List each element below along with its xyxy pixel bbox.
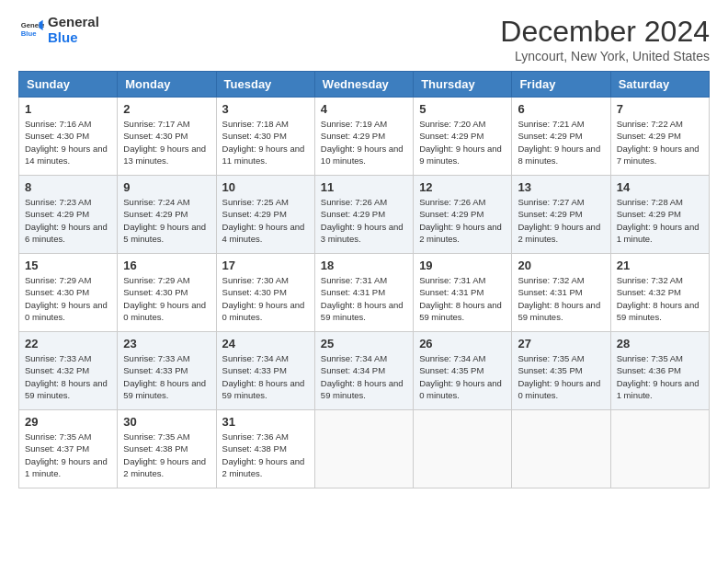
calendar-cell: 17 Sunrise: 7:30 AMSunset: 4:30 PMDaylig… [216, 254, 314, 332]
cell-info: Sunrise: 7:27 AMSunset: 4:29 PMDaylight:… [518, 196, 604, 245]
day-number: 3 [222, 102, 309, 116]
day-number: 12 [419, 180, 506, 194]
cell-info: Sunrise: 7:29 AMSunset: 4:30 PMDaylight:… [123, 274, 210, 323]
logo-icon: General Blue [18, 17, 44, 43]
calendar-week-row: 1 Sunrise: 7:16 AMSunset: 4:30 PMDayligh… [19, 98, 710, 176]
calendar-cell: 16 Sunrise: 7:29 AMSunset: 4:30 PMDaylig… [118, 254, 216, 332]
calendar-cell [610, 410, 709, 488]
day-number: 8 [25, 180, 111, 194]
calendar-cell: 26 Sunrise: 7:34 AMSunset: 4:35 PMDaylig… [414, 332, 512, 410]
day-number: 7 [617, 102, 703, 116]
cell-info: Sunrise: 7:28 AMSunset: 4:29 PMDaylight:… [617, 196, 703, 245]
day-number: 11 [321, 180, 407, 194]
day-number: 5 [419, 102, 506, 116]
logo-text-line1: General [48, 15, 99, 30]
calendar-cell: 8 Sunrise: 7:23 AMSunset: 4:29 PMDayligh… [19, 176, 118, 254]
calendar-header-row: SundayMondayTuesdayWednesdayThursdayFrid… [19, 72, 710, 98]
calendar-week-row: 15 Sunrise: 7:29 AMSunset: 4:30 PMDaylig… [19, 254, 710, 332]
weekday-header: Friday [512, 72, 610, 98]
day-number: 22 [25, 337, 111, 350]
calendar-cell: 24 Sunrise: 7:34 AMSunset: 4:33 PMDaylig… [216, 332, 314, 410]
cell-info: Sunrise: 7:25 AMSunset: 4:29 PMDaylight:… [222, 196, 309, 245]
day-number: 9 [123, 180, 210, 194]
day-number: 17 [222, 259, 309, 272]
day-number: 18 [321, 259, 407, 272]
calendar-cell: 18 Sunrise: 7:31 AMSunset: 4:31 PMDaylig… [314, 254, 413, 332]
calendar-cell [512, 410, 610, 488]
cell-info: Sunrise: 7:19 AMSunset: 4:29 PMDaylight:… [321, 118, 407, 167]
calendar-cell: 23 Sunrise: 7:33 AMSunset: 4:33 PMDaylig… [118, 332, 216, 410]
cell-info: Sunrise: 7:35 AMSunset: 4:38 PMDaylight:… [123, 431, 210, 479]
calendar-cell: 2 Sunrise: 7:17 AMSunset: 4:30 PMDayligh… [118, 98, 216, 176]
calendar-cell: 31 Sunrise: 7:36 AMSunset: 4:38 PMDaylig… [216, 410, 314, 488]
calendar-cell: 28 Sunrise: 7:35 AMSunset: 4:36 PMDaylig… [610, 332, 709, 410]
day-number: 31 [222, 415, 309, 429]
cell-info: Sunrise: 7:32 AMSunset: 4:31 PMDaylight:… [518, 274, 604, 323]
calendar-cell: 10 Sunrise: 7:25 AMSunset: 4:29 PMDaylig… [216, 176, 314, 254]
weekday-header: Sunday [19, 72, 118, 98]
cell-info: Sunrise: 7:33 AMSunset: 4:33 PMDaylight:… [123, 352, 210, 401]
cell-info: Sunrise: 7:32 AMSunset: 4:32 PMDaylight:… [617, 274, 703, 323]
day-number: 4 [321, 102, 407, 116]
day-number: 28 [617, 337, 703, 350]
cell-info: Sunrise: 7:24 AMSunset: 4:29 PMDaylight:… [123, 196, 210, 245]
day-number: 25 [321, 337, 407, 350]
day-number: 27 [518, 337, 604, 350]
day-number: 21 [617, 259, 703, 272]
cell-info: Sunrise: 7:16 AMSunset: 4:30 PMDaylight:… [25, 118, 111, 167]
calendar-cell: 11 Sunrise: 7:26 AMSunset: 4:29 PMDaylig… [314, 176, 413, 254]
calendar-cell: 14 Sunrise: 7:28 AMSunset: 4:29 PMDaylig… [610, 176, 709, 254]
calendar-cell: 21 Sunrise: 7:32 AMSunset: 4:32 PMDaylig… [610, 254, 709, 332]
cell-info: Sunrise: 7:35 AMSunset: 4:35 PMDaylight:… [518, 352, 604, 401]
cell-info: Sunrise: 7:26 AMSunset: 4:29 PMDaylight:… [419, 196, 506, 245]
calendar-week-row: 22 Sunrise: 7:33 AMSunset: 4:32 PMDaylig… [19, 332, 710, 410]
day-number: 29 [25, 415, 111, 429]
calendar-cell: 3 Sunrise: 7:18 AMSunset: 4:30 PMDayligh… [216, 98, 314, 176]
weekday-header: Wednesday [314, 72, 413, 98]
cell-info: Sunrise: 7:33 AMSunset: 4:32 PMDaylight:… [25, 352, 111, 401]
cell-info: Sunrise: 7:34 AMSunset: 4:35 PMDaylight:… [419, 352, 506, 401]
calendar-cell: 5 Sunrise: 7:20 AMSunset: 4:29 PMDayligh… [414, 98, 512, 176]
cell-info: Sunrise: 7:31 AMSunset: 4:31 PMDaylight:… [321, 274, 407, 323]
calendar-cell: 22 Sunrise: 7:33 AMSunset: 4:32 PMDaylig… [19, 332, 118, 410]
weekday-header: Thursday [414, 72, 512, 98]
cell-info: Sunrise: 7:31 AMSunset: 4:31 PMDaylight:… [419, 274, 506, 323]
day-number: 1 [25, 102, 111, 116]
logo-text-line2: Blue [48, 30, 99, 46]
cell-info: Sunrise: 7:23 AMSunset: 4:29 PMDaylight:… [25, 196, 111, 245]
cell-info: Sunrise: 7:18 AMSunset: 4:30 PMDaylight:… [222, 118, 309, 167]
calendar-week-row: 8 Sunrise: 7:23 AMSunset: 4:29 PMDayligh… [19, 176, 710, 254]
header: General Blue General Blue December 2024 … [18, 15, 710, 63]
calendar-cell: 25 Sunrise: 7:34 AMSunset: 4:34 PMDaylig… [314, 332, 413, 410]
calendar-cell: 13 Sunrise: 7:27 AMSunset: 4:29 PMDaylig… [512, 176, 610, 254]
calendar-body: 1 Sunrise: 7:16 AMSunset: 4:30 PMDayligh… [19, 98, 710, 488]
cell-info: Sunrise: 7:29 AMSunset: 4:30 PMDaylight:… [25, 274, 111, 323]
calendar-cell: 12 Sunrise: 7:26 AMSunset: 4:29 PMDaylig… [414, 176, 512, 254]
calendar-cell: 7 Sunrise: 7:22 AMSunset: 4:29 PMDayligh… [610, 98, 709, 176]
day-number: 16 [123, 259, 210, 272]
day-number: 13 [518, 180, 604, 194]
month-title: December 2024 [500, 15, 710, 49]
calendar-week-row: 29 Sunrise: 7:35 AMSunset: 4:37 PMDaylig… [19, 410, 710, 488]
calendar-cell: 9 Sunrise: 7:24 AMSunset: 4:29 PMDayligh… [118, 176, 216, 254]
day-number: 30 [123, 415, 210, 429]
day-number: 20 [518, 259, 604, 272]
cell-info: Sunrise: 7:36 AMSunset: 4:38 PMDaylight:… [222, 431, 309, 479]
calendar-cell: 19 Sunrise: 7:31 AMSunset: 4:31 PMDaylig… [414, 254, 512, 332]
weekday-header: Monday [118, 72, 216, 98]
calendar-cell: 27 Sunrise: 7:35 AMSunset: 4:35 PMDaylig… [512, 332, 610, 410]
cell-info: Sunrise: 7:35 AMSunset: 4:36 PMDaylight:… [617, 352, 703, 401]
day-number: 26 [419, 337, 506, 350]
day-number: 23 [123, 337, 210, 350]
calendar-cell: 1 Sunrise: 7:16 AMSunset: 4:30 PMDayligh… [19, 98, 118, 176]
cell-info: Sunrise: 7:34 AMSunset: 4:34 PMDaylight:… [321, 352, 407, 401]
calendar-cell [314, 410, 413, 488]
day-number: 15 [25, 259, 111, 272]
day-number: 14 [617, 180, 703, 194]
day-number: 6 [518, 102, 604, 116]
weekday-header: Tuesday [216, 72, 314, 98]
cell-info: Sunrise: 7:34 AMSunset: 4:33 PMDaylight:… [222, 352, 309, 401]
cell-info: Sunrise: 7:26 AMSunset: 4:29 PMDaylight:… [321, 196, 407, 245]
calendar-cell: 29 Sunrise: 7:35 AMSunset: 4:37 PMDaylig… [19, 410, 118, 488]
cell-info: Sunrise: 7:20 AMSunset: 4:29 PMDaylight:… [419, 118, 506, 167]
